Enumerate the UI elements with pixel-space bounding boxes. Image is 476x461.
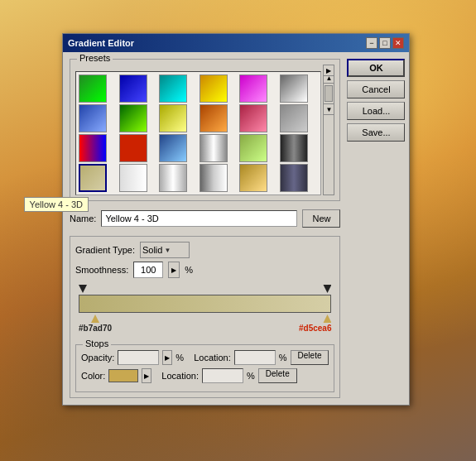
color-stop-left-marker: [91, 315, 99, 323]
opacity-input[interactable]: [118, 350, 159, 365]
list-item[interactable]: [280, 134, 308, 162]
color-stops: #b7ad70 #d5cea6: [75, 315, 334, 333]
stops-group: Stops Opacity: ▶ % Location: % Delete: [75, 344, 334, 392]
location-pct-1: %: [279, 353, 287, 363]
name-input[interactable]: [101, 210, 297, 227]
list-item[interactable]: [79, 134, 107, 162]
delete-button-1[interactable]: Delete: [291, 350, 329, 365]
color-stop-right-label: #d5cea6: [299, 324, 331, 333]
opacity-stop-right[interactable]: [323, 285, 331, 293]
color-stepper[interactable]: ▶: [142, 368, 151, 383]
scroll-thumb[interactable]: [325, 85, 333, 102]
location-label-2: Location:: [161, 371, 199, 381]
color-stop-right-marker: [323, 315, 331, 323]
ok-button[interactable]: OK: [347, 59, 405, 77]
smoothness-stepper[interactable]: ▶: [168, 262, 180, 278]
load-button[interactable]: Load...: [347, 102, 405, 120]
right-panel: OK Cancel Load... Save...: [347, 59, 405, 398]
color-stop-left-label: #b7ad70: [79, 324, 112, 333]
list-item[interactable]: [200, 104, 228, 132]
opacity-stop-row: Opacity: ▶ % Location: % Delete: [81, 350, 329, 365]
list-item[interactable]: [239, 104, 267, 132]
cancel-button[interactable]: Cancel: [347, 80, 405, 98]
gradient-type-row: Gradient Type: Solid ▼: [75, 242, 334, 258]
smoothness-input[interactable]: [133, 262, 163, 278]
stops-group-label: Stops: [83, 339, 111, 348]
color-label: Color:: [81, 371, 105, 381]
list-item[interactable]: [200, 164, 228, 192]
gradient-type-select[interactable]: Solid ▼: [140, 242, 190, 258]
maximize-button[interactable]: □: [379, 37, 391, 49]
location-label-1: Location:: [194, 353, 231, 363]
list-item[interactable]: [239, 134, 267, 162]
minimize-button[interactable]: −: [366, 37, 377, 49]
list-item[interactable]: [159, 134, 187, 162]
presets-grid: Yellow 4 - 3D: [79, 74, 318, 192]
list-item[interactable]: [79, 104, 107, 132]
gradient-type-label: Gradient Type:: [75, 245, 135, 255]
presets-area: Yellow 4 - 3D ▲ ▼: [75, 71, 334, 195]
presets-scrollbar[interactable]: ▲ ▼: [323, 71, 334, 195]
color-stop-row: Color: ▶ Location: % Delete: [81, 368, 329, 383]
presets-group-label: Presets: [77, 53, 113, 63]
title-bar-buttons: − □ ✕: [366, 37, 404, 49]
list-item[interactable]: [159, 104, 187, 132]
list-item[interactable]: [280, 74, 308, 103]
name-row: Name: New: [70, 209, 340, 228]
chevron-down-icon: ▼: [164, 247, 171, 254]
presets-scroll: Yellow 4 - 3D: [75, 71, 321, 195]
list-item[interactable]: [239, 164, 267, 192]
list-item[interactable]: [239, 74, 267, 103]
location-pct-2: %: [247, 371, 255, 381]
delete-button-2[interactable]: Delete: [258, 368, 297, 383]
list-item[interactable]: [280, 104, 308, 132]
list-item[interactable]: [200, 134, 228, 162]
location-input-2[interactable]: [202, 368, 243, 383]
name-label: Name:: [70, 214, 96, 223]
list-item[interactable]: [79, 74, 107, 103]
dialog-title: Gradient Editor: [68, 38, 134, 48]
left-panel: Presets ▶: [70, 59, 340, 398]
list-item[interactable]: [159, 164, 187, 192]
new-button[interactable]: New: [302, 209, 340, 228]
presets-group: Presets ▶: [70, 59, 340, 201]
list-item[interactable]: [119, 74, 147, 103]
smoothness-row: Smoothness: ▶ %: [75, 262, 334, 278]
preset-tooltip: Yellow 4 - 3D: [24, 197, 89, 212]
gradient-editor-dialog: Gradient Editor − □ ✕ Presets ▶: [62, 33, 410, 406]
opacity-stops: [75, 285, 334, 293]
color-stop-right[interactable]: #d5cea6: [299, 315, 331, 333]
list-item[interactable]: Yellow 4 - 3D: [79, 164, 107, 192]
list-item[interactable]: [119, 134, 147, 162]
color-swatch[interactable]: [108, 369, 138, 382]
list-item[interactable]: [159, 74, 187, 103]
scroll-down-arrow[interactable]: ▼: [323, 103, 334, 115]
list-item[interactable]: [119, 164, 147, 192]
smoothness-pct: %: [185, 265, 193, 275]
list-item[interactable]: [280, 164, 308, 192]
title-bar: Gradient Editor − □ ✕: [63, 34, 409, 52]
gradient-preview-bar[interactable]: [79, 295, 331, 313]
smoothness-label: Smoothness:: [75, 265, 128, 275]
gradient-type-value: Solid: [142, 245, 162, 255]
gradient-settings-group: Gradient Type: Solid ▼ Smoothness: ▶ %: [70, 236, 340, 398]
opacity-pct: %: [175, 353, 184, 363]
close-button[interactable]: ✕: [392, 37, 404, 49]
opacity-label: Opacity:: [81, 353, 114, 363]
color-stop-left[interactable]: #b7ad70: [79, 315, 112, 333]
dialog-content: Presets ▶: [63, 52, 409, 405]
list-item[interactable]: [200, 74, 228, 103]
presets-menu-button[interactable]: ▶: [323, 65, 334, 76]
list-item[interactable]: [119, 104, 147, 132]
opacity-stop-left[interactable]: [79, 285, 87, 293]
save-button[interactable]: Save...: [347, 123, 405, 142]
location-input-1[interactable]: [234, 350, 276, 365]
gradient-bar-section: #b7ad70 #d5cea6: [75, 285, 334, 333]
opacity-stepper[interactable]: ▶: [162, 350, 172, 365]
